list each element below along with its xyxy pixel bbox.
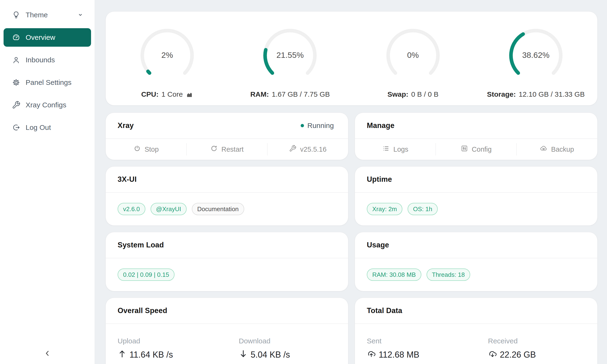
config-button[interactable]: Config [436, 139, 516, 160]
sliders-icon [461, 145, 468, 154]
dashboard-gauge-icon [12, 33, 20, 42]
user-icon [12, 56, 20, 64]
sidebar-item-theme[interactable]: Theme [3, 6, 91, 24]
xray-version-button[interactable]: v25.5.16 [267, 139, 348, 160]
overall-speed-card-title: Overall Speed [118, 306, 167, 315]
backup-button[interactable]: Backup [517, 139, 597, 160]
usage-badges: RAM: 30.08 MBThreads: 18 [355, 258, 597, 291]
ram-gauge: 21.55% RAM:1.67 GB / 7.75 GB [229, 12, 351, 105]
sidebar-item-label: Log Out [26, 123, 84, 131]
cpu-percent: 2% [138, 51, 197, 60]
storage-gauge: 38.62% Storage:12.10 GB / 31.33 GB [475, 12, 597, 105]
usage-card: Usage RAM: 30.08 MBThreads: 18 [355, 232, 597, 291]
system-load-card: System Load 0.02 | 0.09 | 0.15 [106, 232, 348, 291]
sidebar-item-label: Inbounds [26, 56, 84, 64]
system-load-badges: 0.02 | 0.09 | 0.15 [106, 258, 348, 291]
sidebar: Theme Overview Inbounds Panel Settings X… [0, 0, 95, 364]
ram-percent: 21.55% [260, 51, 320, 60]
sidebar-item-label: Theme [26, 11, 77, 19]
sent-metric: Sent 112.68 MB [355, 337, 476, 361]
badge-documentation[interactable]: Documentation [192, 203, 244, 215]
manage-card-title: Manage [367, 121, 395, 130]
total-data-card-title: Total Data [367, 306, 402, 315]
cloud-upload-icon [367, 349, 376, 361]
lightbulb-icon [12, 11, 20, 19]
power-icon [133, 145, 141, 154]
cloud-backup-icon [540, 145, 547, 154]
arrow-down-icon [239, 349, 248, 361]
cpu-gauge: 2% CPU:1 Core [106, 12, 229, 105]
badge-0-02-0-09-0-15: 0.02 | 0.09 | 0.15 [118, 269, 174, 281]
xui-badges: v2.6.0@XrayUIDocumentation [106, 193, 348, 225]
total-data-card: Total Data Sent 112.68 MB Received [355, 298, 597, 364]
xray-card: Xray Running Stop Res [106, 113, 348, 160]
main-content: 2% CPU:1 Core 21.55% RAM:1.67 GB / 7.75 … [95, 0, 607, 364]
storage-percent: 38.62% [506, 51, 566, 60]
download-metric: Download 5.04 KB /s [227, 337, 348, 361]
list-icon [382, 145, 390, 154]
running-status-dot [301, 124, 304, 127]
badge-v2-6-0[interactable]: v2.6.0 [118, 203, 145, 215]
sidebar-item-overview[interactable]: Overview [3, 28, 91, 47]
storage-label: Storage:12.10 GB / 31.33 GB [487, 90, 585, 98]
ram-label: RAM:1.67 GB / 7.75 GB [251, 90, 330, 98]
upload-label: Upload [118, 337, 227, 345]
sidebar-item-panel-settings[interactable]: Panel Settings [3, 73, 91, 92]
reload-icon [210, 145, 218, 154]
badge-ram-30-08-mb: RAM: 30.08 MB [367, 269, 421, 281]
sidebar-collapse-button[interactable] [0, 349, 95, 359]
usage-card-title: Usage [367, 241, 389, 249]
badge-threads-18: Threads: 18 [427, 269, 470, 281]
badge-xray-2m: Xray: 2m [367, 203, 402, 215]
received-label: Received [488, 337, 597, 345]
wrench-icon [289, 145, 296, 154]
uptime-badges: Xray: 2mOS: 1h [355, 193, 597, 225]
sidebar-item-inbounds[interactable]: Inbounds [3, 51, 91, 69]
swap-percent: 0% [383, 51, 443, 60]
badge-os-1h: OS: 1h [408, 203, 438, 215]
chevron-left-icon [43, 349, 52, 359]
area-chart-icon[interactable] [186, 91, 193, 98]
gear-icon [12, 78, 20, 87]
stop-button[interactable]: Stop [106, 139, 186, 160]
cpu-label: CPU:1 Core [141, 90, 193, 98]
download-value: 5.04 KB /s [251, 350, 290, 360]
xray-status: Running [301, 122, 334, 130]
sent-label: Sent [367, 337, 476, 345]
xui-card: 3X-UI v2.6.0@XrayUIDocumentation [106, 166, 348, 226]
xray-card-title: Xray [118, 121, 134, 130]
uptime-card-title: Uptime [367, 175, 392, 184]
xui-card-title: 3X-UI [118, 175, 137, 184]
overall-speed-card: Overall Speed Upload 11.64 KB /s Downloa… [106, 298, 348, 364]
swap-gauge: 0% Swap:0 B / 0 B [352, 12, 475, 105]
badge-xrayui[interactable]: @XrayUI [151, 203, 187, 215]
received-value: 22.26 GB [500, 350, 536, 360]
running-status-label: Running [307, 122, 334, 130]
arrow-up-icon [118, 349, 127, 361]
logs-button[interactable]: Logs [355, 139, 435, 160]
download-label: Download [239, 337, 348, 345]
swap-label: Swap:0 B / 0 B [387, 90, 438, 98]
manage-card: Manage Logs Config [355, 113, 597, 160]
sidebar-item-label: Xray Configs [26, 101, 84, 109]
received-metric: Received 22.26 GB [476, 337, 597, 361]
system-load-card-title: System Load [118, 241, 164, 249]
sidebar-item-log-out[interactable]: Log Out [3, 118, 91, 137]
upload-value: 11.64 KB /s [130, 350, 173, 360]
sidebar-item-label: Overview [26, 33, 84, 41]
sidebar-item-label: Panel Settings [26, 78, 84, 87]
upload-metric: Upload 11.64 KB /s [106, 337, 227, 361]
wrench-icon [12, 101, 20, 109]
cloud-download-icon [488, 349, 497, 361]
logout-icon [12, 123, 20, 132]
uptime-card: Uptime Xray: 2mOS: 1h [355, 166, 597, 226]
sidebar-item-xray-configs[interactable]: Xray Configs [3, 96, 91, 114]
sent-value: 112.68 MB [379, 350, 419, 360]
system-gauges-card: 2% CPU:1 Core 21.55% RAM:1.67 GB / 7.75 … [106, 11, 597, 105]
restart-button[interactable]: Restart [187, 139, 267, 160]
chevron-down-icon [77, 11, 84, 18]
